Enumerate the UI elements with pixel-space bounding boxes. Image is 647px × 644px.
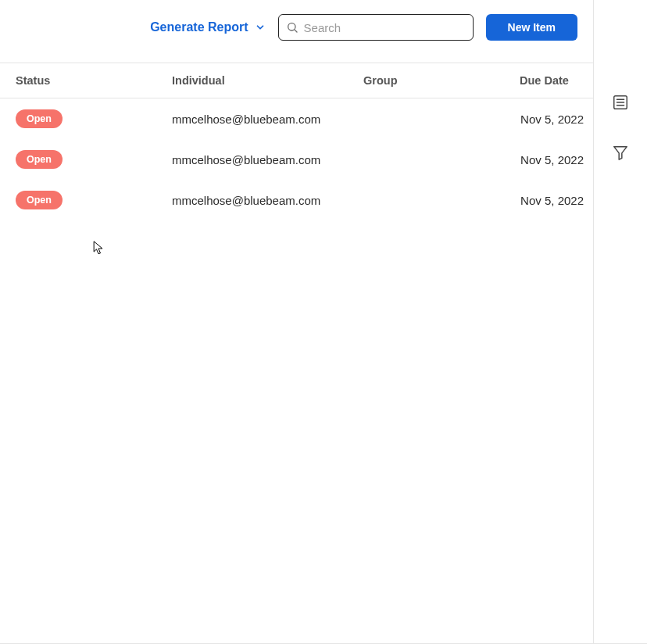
table-row[interactable]: Open mmcelhose@bluebeam.com Nov 5, 2022 [0,98,593,139]
status-badge: Open [16,109,63,128]
cell-due-date: Nov 5, 2022 [520,153,593,166]
cell-due-date: Nov 5, 2022 [520,194,593,207]
toolbar: Generate Report New Item [0,0,593,63]
generate-report-label: Generate Report [150,20,248,34]
svg-marker-6 [614,147,627,160]
column-header-due-date[interactable]: Due Date [520,74,593,87]
main-panel: Generate Report New Item Status Individu… [0,0,594,644]
column-header-group[interactable]: Group [363,74,520,87]
search-field [278,14,474,41]
status-badge: Open [16,150,63,169]
column-header-status[interactable]: Status [16,74,172,87]
table-body: Open mmcelhose@bluebeam.com Nov 5, 2022 … [0,98,593,643]
cell-individual: mmcelhose@bluebeam.com [172,153,363,166]
table-row[interactable]: Open mmcelhose@bluebeam.com Nov 5, 2022 [0,139,593,180]
table-row[interactable]: Open mmcelhose@bluebeam.com Nov 5, 2022 [0,180,593,220]
new-item-button[interactable]: New Item [486,14,577,41]
status-badge: Open [16,191,63,209]
column-header-individual[interactable]: Individual [172,74,363,87]
search-input[interactable] [278,14,474,41]
right-sidebar [594,0,647,644]
filter-icon[interactable] [612,144,629,161]
cell-due-date: Nov 5, 2022 [520,113,593,126]
generate-report-button[interactable]: Generate Report [150,20,265,34]
chevron-down-icon [255,22,266,33]
list-icon[interactable] [612,94,629,111]
table-header: Status Individual Group Due Date [0,63,593,98]
cell-individual: mmcelhose@bluebeam.com [172,113,363,126]
cell-individual: mmcelhose@bluebeam.com [172,194,363,207]
